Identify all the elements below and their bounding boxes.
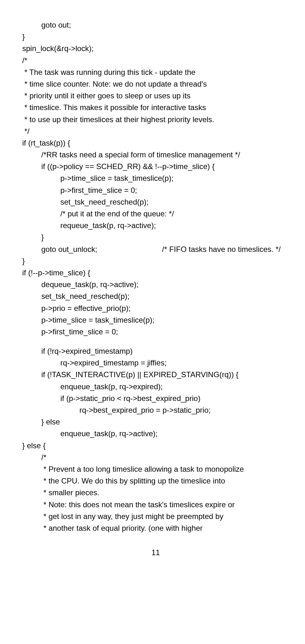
code-line: * smaller pieces. — [22, 487, 289, 498]
code-line: /*RR tasks need a special form of timesl… — [22, 149, 289, 161]
code-fragment: goto out_unlock; — [22, 243, 162, 255]
code-line: * the CPU. We do this by splitting up th… — [22, 475, 289, 487]
code-line: rq->expired_timestamp = jiffies; — [22, 357, 289, 369]
code-line: * Prevent a too long timeslice allowing … — [22, 463, 289, 475]
code-line: if (!rq->expired_timestamp) — [22, 345, 289, 357]
code-line: * Note: this does not mean the task's ti… — [22, 499, 289, 510]
code-line: } — [22, 255, 289, 267]
code-line: } — [22, 231, 289, 243]
code-line: if (!--p->time_slice) { — [22, 267, 289, 279]
code-line: } else { — [22, 440, 289, 451]
code-line: if (p->static_prio < rq->best_expired_pr… — [22, 392, 289, 404]
code-line: requeue_task(p, rq->active); — [22, 220, 289, 231]
code-line: set_tsk_need_resched(p); — [22, 290, 289, 302]
code-line: enqueue_task(p, rq->active); — [22, 428, 289, 439]
code-line: p->first_time_slice = 0; — [22, 184, 289, 196]
code-line: p->first_time_slice = 0; — [22, 326, 289, 338]
code-line: * get lost in any way, they just might b… — [22, 510, 289, 522]
code-line: spin_lock(&rq->lock); — [22, 43, 289, 54]
code-line: */ — [22, 125, 289, 137]
code-line: dequeue_task(p, rq->active); — [22, 279, 289, 290]
code-line: rq->best_expired_prio = p->static_prio; — [22, 404, 289, 416]
code-line: if (!TASK_INTERACTIVE(p) || EXPIRED_STAR… — [22, 369, 289, 380]
code-line: enqueue_task(p, rq->expired); — [22, 381, 289, 392]
code-line: } — [22, 31, 289, 43]
blank-line — [22, 338, 289, 345]
code-line: * The task was running during this tick … — [22, 66, 289, 78]
code-line: * time slice counter. Note: we do not up… — [22, 78, 289, 90]
code-line: /* — [22, 451, 289, 463]
code-line: * another task of equal priority. (one w… — [22, 522, 289, 534]
code-line: goto out_unlock; /* FIFO tasks have no t… — [22, 243, 289, 255]
code-line: if (rt_task(p)) { — [22, 137, 289, 149]
code-line: } else — [22, 416, 289, 428]
code-line: goto out; — [22, 19, 289, 31]
page-number: 11 — [22, 547, 289, 558]
code-line: p->prio = effective_prio(p); — [22, 302, 289, 314]
code-line: set_tsk_need_resched(p); — [22, 196, 289, 208]
code-line: p->time_slice = task_timeslice(p); — [22, 172, 289, 184]
code-line: /* — [22, 55, 289, 66]
code-line: * to use up their timeslices at their hi… — [22, 114, 289, 125]
code-line: * priority until it either goes to sleep… — [22, 90, 289, 102]
code-line: /* put it at the end of the queue: */ — [22, 208, 289, 220]
code-line: p->time_slice = task_timeslice(p); — [22, 314, 289, 326]
document-page: goto out; } spin_lock(&rq->lock); /* * T… — [0, 0, 305, 568]
code-line: * timeslice. This makes it possible for … — [22, 102, 289, 113]
code-line: if ((p->policy == SCHED_RR) && !--p->tim… — [22, 161, 289, 172]
code-fragment: /* FIFO tasks have no timeslices. */ — [162, 243, 289, 255]
